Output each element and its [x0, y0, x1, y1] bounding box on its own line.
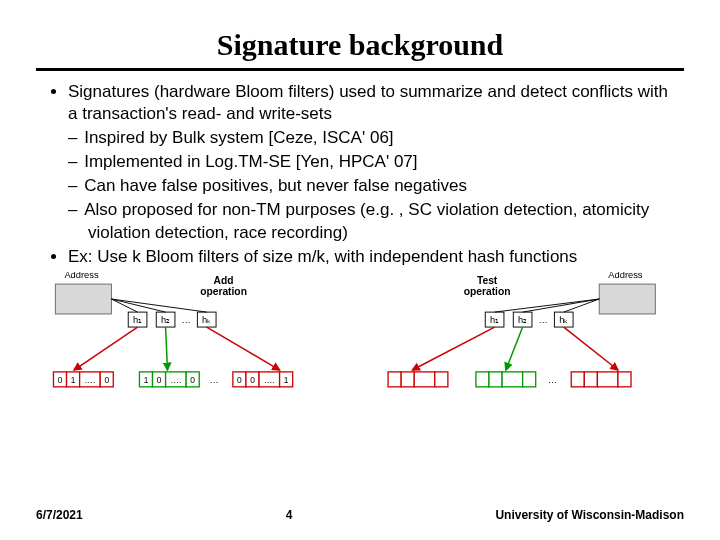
svg-rect-56 — [401, 372, 414, 387]
svg-text:….: …. — [85, 375, 96, 385]
svg-text:1: 1 — [284, 375, 289, 385]
svg-rect-55 — [388, 372, 401, 387]
bullet-1-summarize: summarize — [400, 82, 483, 101]
svg-text:hₖ: hₖ — [559, 315, 568, 325]
svg-rect-66 — [597, 372, 618, 387]
svg-line-13 — [207, 327, 280, 370]
svg-rect-58 — [435, 372, 448, 387]
address-label-right: Address — [608, 272, 643, 280]
sub-bullet-1: Inspired by Bulk system [Ceze, ISCA' 06] — [88, 127, 680, 149]
svg-line-54 — [564, 327, 618, 370]
svg-text:….: …. — [264, 375, 275, 385]
sub-bullet-4: Also proposed for non-TM purposes (e.g. … — [88, 199, 680, 243]
svg-text:….: …. — [171, 375, 182, 385]
svg-rect-41 — [599, 284, 655, 314]
svg-rect-65 — [584, 372, 597, 387]
bullet-1: Signatures (hardware Bloom filters) used… — [68, 81, 680, 244]
bullet-1-prefix: Signatures (hardware Bloom filters) used… — [68, 82, 400, 101]
diagram-test: Test operation Address h₁ h₂ … hₖ — [375, 272, 674, 416]
svg-rect-60 — [489, 372, 502, 387]
slide-title: Signature background — [36, 28, 684, 71]
svg-text:0: 0 — [157, 375, 162, 385]
svg-rect-59 — [476, 372, 489, 387]
diagram-add: Address Add operation h₁ h₂ … hₖ — [46, 272, 345, 416]
svg-text:0: 0 — [250, 375, 255, 385]
svg-line-11 — [74, 327, 138, 370]
svg-line-50 — [523, 299, 600, 312]
footer-page: 4 — [83, 508, 496, 522]
add-title-1: Add — [214, 275, 234, 286]
svg-line-53 — [506, 327, 523, 370]
svg-text:…: … — [210, 375, 219, 385]
svg-text:hₖ: hₖ — [202, 315, 211, 325]
svg-rect-61 — [502, 372, 523, 387]
svg-line-49 — [495, 299, 600, 312]
svg-text:0: 0 — [58, 375, 63, 385]
svg-text:h₂: h₂ — [161, 315, 170, 325]
svg-text:h₁: h₁ — [490, 315, 499, 325]
diagram-test-svg: Test operation Address h₁ h₂ … hₖ — [375, 272, 674, 412]
sub-bullet-3: Can have false positives, but never fals… — [88, 175, 680, 197]
svg-text:Test: Test — [477, 275, 498, 286]
svg-rect-57 — [414, 372, 435, 387]
footer-date: 6/7/2021 — [36, 508, 83, 522]
svg-text:operation: operation — [464, 286, 511, 297]
add-title-2: operation — [200, 286, 247, 297]
svg-text:1: 1 — [144, 375, 149, 385]
bullet-2: Ex: Use k Bloom filters of size m/k, wit… — [68, 246, 680, 268]
svg-text:0: 0 — [104, 375, 109, 385]
slide-body: Signatures (hardware Bloom filters) used… — [36, 81, 684, 268]
svg-text:h₁: h₁ — [133, 315, 142, 325]
svg-text:h₂: h₂ — [518, 315, 527, 325]
svg-text:…: … — [181, 315, 190, 325]
svg-line-12 — [166, 327, 168, 370]
svg-text:…: … — [539, 315, 548, 325]
footer-org: University of Wisconsin-Madison — [495, 508, 684, 522]
sub-bullet-2: Implemented in Log.TM-SE [Yen, HPCA' 07] — [88, 151, 680, 173]
address-label-left: Address — [64, 272, 99, 280]
svg-rect-67 — [618, 372, 631, 387]
svg-rect-64 — [571, 372, 584, 387]
svg-text:…: … — [548, 375, 557, 385]
svg-rect-62 — [523, 372, 536, 387]
svg-line-52 — [412, 327, 494, 370]
svg-text:1: 1 — [71, 375, 76, 385]
svg-text:0: 0 — [237, 375, 242, 385]
slide-footer: 6/7/2021 4 University of Wisconsin-Madis… — [36, 508, 684, 522]
svg-rect-0 — [55, 284, 111, 314]
bullet-1-mid: and — [483, 82, 521, 101]
bullet-1-detect: detect conflicts — [521, 82, 633, 101]
svg-text:0: 0 — [190, 375, 195, 385]
diagram-row: Address Add operation h₁ h₂ … hₖ — [36, 272, 684, 416]
diagram-add-svg: Address Add operation h₁ h₂ … hₖ — [46, 272, 345, 412]
